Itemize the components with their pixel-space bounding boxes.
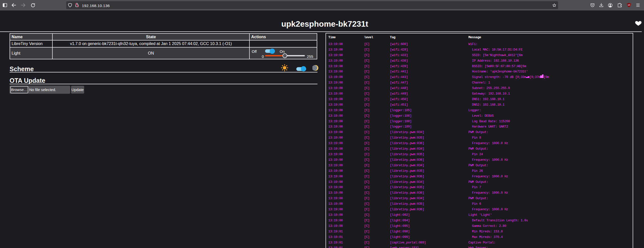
svg-text:uO: uO (628, 4, 630, 6)
